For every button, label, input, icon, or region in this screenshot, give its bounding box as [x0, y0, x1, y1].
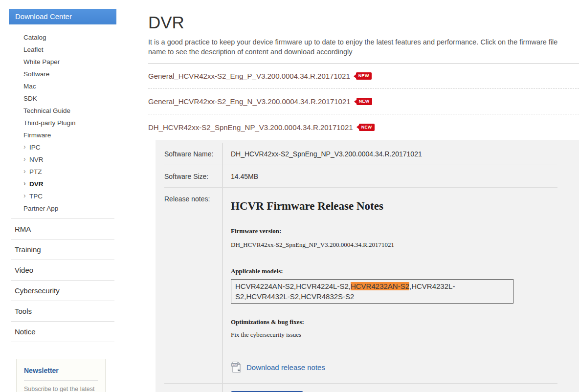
new-badge: NEW	[356, 72, 372, 80]
sidebar-item-technical-guide[interactable]: Technical Guide	[9, 105, 116, 117]
chevron-right-icon: ›	[23, 167, 26, 175]
sidebar-nav: Catalog Leaflet White Paper Software Mac…	[9, 31, 116, 215]
firmware-link[interactable]: General_HCVR42xx-S2_Eng_P_V3.200.0004.34…	[148, 72, 350, 80]
sidebar-item-leaflet[interactable]: Leaflet	[9, 44, 116, 56]
sidebar-subitem-label: NVR	[29, 156, 44, 163]
sidebar-item-partner-app[interactable]: Partner App	[9, 202, 116, 215]
sidebar-header-download-center[interactable]: Download Center	[9, 9, 116, 24]
sidebar-item-software[interactable]: Software	[9, 68, 116, 80]
sidebar-item-catalog[interactable]: Catalog	[9, 31, 116, 44]
sidebar-subitem-label: PTZ	[29, 168, 42, 175]
release-notes-label: Release notes:	[164, 188, 223, 383]
sidebar: Download Center Catalog Leaflet White Pa…	[9, 9, 116, 392]
sidebar-subitem-ipc[interactable]: › IPC	[9, 141, 116, 153]
release-notes-title: HCVR Firmware Release Notes	[231, 200, 557, 213]
sidebar-section-cybersecurity[interactable]: Cybersecurity	[11, 281, 114, 301]
pdf-file-icon: PDF	[231, 361, 242, 373]
firmware-version-value: DH_HCVR42xx-S2_SpnEng_NP_V3.200.0004.34.…	[231, 241, 557, 249]
models-highlighted-text: HCVR4232AN-S2	[351, 282, 409, 290]
models-text: HCVR4224AN-S2,HCVR4224L-S2,	[235, 282, 351, 290]
firmware-link[interactable]: DH_HCVR42xx-S2_SpnEng_NP_V3.200.0004.34.…	[148, 123, 353, 131]
new-badge: NEW	[356, 98, 372, 105]
optimizations-text: Fix the cybersecurity issues	[231, 331, 557, 339]
sidebar-section-tools[interactable]: Tools	[11, 301, 114, 322]
chevron-right-icon: ›	[23, 155, 26, 163]
firmware-link[interactable]: General_HCVR42xx-S2_Eng_N_V3.200.0004.34…	[148, 97, 351, 106]
sidebar-subitem-label: TPC	[29, 193, 43, 200]
sidebar-subitem-label: IPC	[29, 144, 41, 151]
firmware-row-2[interactable]: General_HCVR42xx-S2_Eng_N_V3.200.0004.34…	[148, 89, 579, 114]
page-title: DVR	[148, 13, 579, 32]
software-size-label: Software Size:	[164, 165, 223, 187]
sidebar-item-firmware[interactable]: Firmware	[9, 129, 116, 141]
sidebar-subitem-tpc[interactable]: › TPC	[9, 190, 116, 202]
firmware-version-label: Firmware version:	[231, 227, 557, 235]
sidebar-item-mac[interactable]: Mac	[9, 80, 116, 92]
sidebar-section-rma[interactable]: RMA	[11, 219, 114, 240]
software-size-row: Software Size: 14.45MB	[164, 165, 557, 188]
sidebar-section-video[interactable]: Video	[11, 260, 114, 281]
software-name-label: Software Name:	[164, 143, 223, 165]
sidebar-item-sdk[interactable]: SDK	[9, 92, 116, 105]
new-badge: NEW	[359, 124, 375, 131]
newsletter-title: Newsletter	[24, 367, 98, 374]
optimizations-label: Optimizations & bug fixes:	[231, 318, 557, 326]
newsletter-box: Newsletter Subscribe to get the latest	[16, 359, 106, 392]
firmware-row-1[interactable]: General_HCVR42xx-S2_Eng_P_V3.200.0004.34…	[148, 64, 579, 89]
download-value: Download	[223, 384, 557, 392]
sidebar-section-training[interactable]: Training	[11, 240, 114, 260]
applicable-models-box: HCVR4224AN-S2,HCVR4224L-S2,HCVR4232AN-S2…	[231, 279, 513, 304]
newsletter-subtitle: Subscribe to get the latest	[24, 386, 98, 392]
chevron-right-icon: ›	[23, 179, 26, 187]
download-row: Download: Download	[164, 384, 557, 392]
chevron-right-icon: ›	[23, 143, 26, 151]
release-notes-row: Release notes: HCVR Firmware Release Not…	[164, 188, 557, 384]
software-name-row: Software Name: DH_HCVR42xx-S2_SpnEng_NP_…	[164, 143, 557, 165]
sidebar-subitem-dvr-active[interactable]: › DVR	[9, 178, 116, 190]
download-release-notes-link[interactable]: Download release notes	[246, 363, 325, 371]
svg-text:PDF: PDF	[232, 364, 237, 367]
sidebar-item-third-party-plugin[interactable]: Third-party Plugin	[9, 117, 116, 129]
newsletter-divider	[24, 380, 98, 381]
applicable-models-label: Applicable models:	[231, 267, 557, 275]
sidebar-subitem-label: DVR	[29, 180, 44, 188]
sidebar-subitem-ptz[interactable]: › PTZ	[9, 166, 116, 178]
download-release-notes-row[interactable]: PDF Download release notes	[231, 361, 557, 373]
download-label: Download:	[164, 384, 223, 392]
release-notes-content: HCVR Firmware Release Notes Firmware ver…	[223, 188, 557, 383]
chevron-right-icon: ›	[23, 192, 26, 199]
sidebar-sections: RMA Training Video Cybersecurity Tools N…	[11, 218, 114, 342]
firmware-row-3-expanded[interactable]: DH_HCVR42xx-S2_SpnEng_NP_V3.200.0004.34.…	[148, 114, 579, 140]
firmware-detail-panel: Software Name: DH_HCVR42xx-S2_SpnEng_NP_…	[156, 140, 579, 392]
main-content: DVR It is a good practice to keep your d…	[148, 0, 579, 392]
software-size-value: 14.45MB	[223, 165, 557, 187]
sidebar-item-white-paper[interactable]: White Paper	[9, 56, 116, 68]
sidebar-section-notice[interactable]: Notice	[11, 322, 114, 342]
software-name-value: DH_HCVR42xx-S2_SpnEng_NP_V3.200.0004.34.…	[223, 143, 557, 165]
sidebar-subitem-nvr[interactable]: › NVR	[9, 153, 116, 166]
page-description: It is a good practice to keep your devic…	[148, 37, 577, 57]
